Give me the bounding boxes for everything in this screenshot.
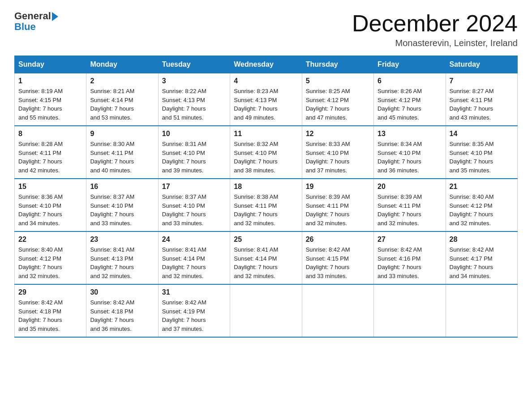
day-number: 8: [18, 130, 82, 138]
calendar-table: SundayMondayTuesdayWednesdayThursdayFrid…: [14, 56, 518, 338]
day-info: Sunrise: 8:42 AM Sunset: 4:19 PM Dayligh…: [162, 298, 226, 333]
day-info: Sunrise: 8:33 AM Sunset: 4:10 PM Dayligh…: [306, 140, 370, 175]
calendar-header-wednesday: Wednesday: [230, 56, 302, 73]
day-number: 20: [378, 183, 442, 191]
calendar-cell: 17Sunrise: 8:37 AM Sunset: 4:10 PM Dayli…: [158, 179, 230, 231]
calendar-cell: 2Sunrise: 8:21 AM Sunset: 4:14 PM Daylig…: [86, 73, 158, 126]
calendar-cell: 23Sunrise: 8:41 AM Sunset: 4:13 PM Dayli…: [86, 231, 158, 284]
calendar-cell: 4Sunrise: 8:23 AM Sunset: 4:13 PM Daylig…: [230, 73, 302, 126]
day-number: 9: [90, 130, 154, 138]
month-title: December 2024: [352, 11, 518, 36]
calendar-cell: 11Sunrise: 8:32 AM Sunset: 4:10 PM Dayli…: [230, 126, 302, 179]
calendar-cell: [302, 284, 373, 337]
day-info: Sunrise: 8:42 AM Sunset: 4:15 PM Dayligh…: [306, 245, 370, 280]
day-info: Sunrise: 8:32 AM Sunset: 4:10 PM Dayligh…: [234, 140, 298, 175]
calendar-cell: 27Sunrise: 8:42 AM Sunset: 4:16 PM Dayli…: [374, 231, 446, 284]
calendar-cell: 20Sunrise: 8:39 AM Sunset: 4:11 PM Dayli…: [374, 179, 446, 231]
day-number: 14: [450, 130, 514, 138]
calendar-cell: 31Sunrise: 8:42 AM Sunset: 4:19 PM Dayli…: [158, 284, 230, 337]
day-info: Sunrise: 8:40 AM Sunset: 4:12 PM Dayligh…: [18, 245, 82, 280]
calendar-cell: 7Sunrise: 8:27 AM Sunset: 4:11 PM Daylig…: [446, 73, 517, 126]
calendar-cell: 6Sunrise: 8:26 AM Sunset: 4:12 PM Daylig…: [374, 73, 446, 126]
calendar-cell: 14Sunrise: 8:35 AM Sunset: 4:10 PM Dayli…: [446, 126, 517, 179]
calendar-week-row: 1Sunrise: 8:19 AM Sunset: 4:15 PM Daylig…: [15, 73, 518, 126]
calendar-cell: 12Sunrise: 8:33 AM Sunset: 4:10 PM Dayli…: [302, 126, 373, 179]
day-number: 11: [234, 130, 298, 138]
day-info: Sunrise: 8:37 AM Sunset: 4:10 PM Dayligh…: [90, 193, 154, 227]
logo: General Blue: [14, 11, 58, 32]
day-info: Sunrise: 8:42 AM Sunset: 4:17 PM Dayligh…: [450, 245, 514, 280]
calendar-cell: 16Sunrise: 8:37 AM Sunset: 4:10 PM Dayli…: [86, 179, 158, 231]
day-info: Sunrise: 8:35 AM Sunset: 4:10 PM Dayligh…: [450, 140, 514, 175]
day-number: 22: [18, 235, 82, 244]
calendar-cell: 29Sunrise: 8:42 AM Sunset: 4:18 PM Dayli…: [15, 284, 86, 337]
calendar-header-sunday: Sunday: [15, 56, 86, 73]
calendar-cell: 25Sunrise: 8:41 AM Sunset: 4:14 PM Dayli…: [230, 231, 302, 284]
day-info: Sunrise: 8:39 AM Sunset: 4:11 PM Dayligh…: [378, 193, 442, 227]
calendar-cell: 1Sunrise: 8:19 AM Sunset: 4:15 PM Daylig…: [15, 73, 86, 126]
day-info: Sunrise: 8:42 AM Sunset: 4:18 PM Dayligh…: [18, 298, 82, 333]
day-info: Sunrise: 8:38 AM Sunset: 4:11 PM Dayligh…: [234, 193, 298, 227]
title-block: December 2024 Monasterevin, Leinster, Ir…: [352, 11, 518, 48]
calendar-cell: [230, 284, 302, 337]
day-number: 7: [450, 77, 514, 85]
day-info: Sunrise: 8:41 AM Sunset: 4:13 PM Dayligh…: [90, 245, 154, 280]
logo-general: General: [14, 11, 51, 21]
calendar-header-thursday: Thursday: [302, 56, 373, 73]
day-number: 6: [378, 77, 442, 85]
day-info: Sunrise: 8:22 AM Sunset: 4:13 PM Dayligh…: [162, 87, 226, 122]
day-number: 27: [378, 235, 442, 244]
calendar-cell: 24Sunrise: 8:41 AM Sunset: 4:14 PM Dayli…: [158, 231, 230, 284]
day-info: Sunrise: 8:37 AM Sunset: 4:10 PM Dayligh…: [162, 193, 226, 227]
day-number: 15: [18, 183, 82, 191]
location-subtitle: Monasterevin, Leinster, Ireland: [352, 38, 518, 48]
day-info: Sunrise: 8:25 AM Sunset: 4:12 PM Dayligh…: [306, 87, 370, 122]
day-number: 13: [378, 130, 442, 138]
calendar-cell: 19Sunrise: 8:39 AM Sunset: 4:11 PM Dayli…: [302, 179, 373, 231]
day-info: Sunrise: 8:34 AM Sunset: 4:10 PM Dayligh…: [378, 140, 442, 175]
calendar-cell: 8Sunrise: 8:28 AM Sunset: 4:11 PM Daylig…: [15, 126, 86, 179]
day-number: 23: [90, 235, 154, 244]
calendar-cell: 18Sunrise: 8:38 AM Sunset: 4:11 PM Dayli…: [230, 179, 302, 231]
calendar-cell: 9Sunrise: 8:30 AM Sunset: 4:11 PM Daylig…: [86, 126, 158, 179]
day-number: 30: [90, 288, 154, 296]
day-info: Sunrise: 8:19 AM Sunset: 4:15 PM Dayligh…: [18, 87, 82, 122]
day-number: 24: [162, 235, 226, 244]
day-info: Sunrise: 8:28 AM Sunset: 4:11 PM Dayligh…: [18, 140, 82, 175]
logo-arrow-icon: [52, 12, 58, 21]
day-number: 18: [234, 183, 298, 191]
day-info: Sunrise: 8:26 AM Sunset: 4:12 PM Dayligh…: [378, 87, 442, 122]
day-number: 1: [18, 77, 82, 85]
calendar-header-tuesday: Tuesday: [158, 56, 230, 73]
page-header: General Blue December 2024 Monasterevin,…: [14, 11, 518, 48]
day-number: 2: [90, 77, 154, 85]
day-info: Sunrise: 8:42 AM Sunset: 4:18 PM Dayligh…: [90, 298, 154, 333]
calendar-cell: 3Sunrise: 8:22 AM Sunset: 4:13 PM Daylig…: [158, 73, 230, 126]
calendar-cell: [446, 284, 517, 337]
calendar-header-monday: Monday: [86, 56, 158, 73]
day-number: 10: [162, 130, 226, 138]
day-info: Sunrise: 8:36 AM Sunset: 4:10 PM Dayligh…: [18, 193, 82, 227]
day-number: 3: [162, 77, 226, 85]
day-number: 28: [450, 235, 514, 244]
calendar-cell: 28Sunrise: 8:42 AM Sunset: 4:17 PM Dayli…: [446, 231, 517, 284]
calendar-cell: 10Sunrise: 8:31 AM Sunset: 4:10 PM Dayli…: [158, 126, 230, 179]
calendar-week-row: 15Sunrise: 8:36 AM Sunset: 4:10 PM Dayli…: [15, 179, 518, 231]
calendar-cell: 5Sunrise: 8:25 AM Sunset: 4:12 PM Daylig…: [302, 73, 373, 126]
day-info: Sunrise: 8:30 AM Sunset: 4:11 PM Dayligh…: [90, 140, 154, 175]
day-number: 21: [450, 183, 514, 191]
calendar-cell: 22Sunrise: 8:40 AM Sunset: 4:12 PM Dayli…: [15, 231, 86, 284]
day-info: Sunrise: 8:40 AM Sunset: 4:12 PM Dayligh…: [450, 193, 514, 227]
calendar-cell: 21Sunrise: 8:40 AM Sunset: 4:12 PM Dayli…: [446, 179, 517, 231]
calendar-header-saturday: Saturday: [446, 56, 517, 73]
day-number: 25: [234, 235, 298, 244]
day-number: 12: [306, 130, 370, 138]
day-info: Sunrise: 8:31 AM Sunset: 4:10 PM Dayligh…: [162, 140, 226, 175]
calendar-week-row: 29Sunrise: 8:42 AM Sunset: 4:18 PM Dayli…: [15, 284, 518, 337]
day-info: Sunrise: 8:21 AM Sunset: 4:14 PM Dayligh…: [90, 87, 154, 122]
day-number: 16: [90, 183, 154, 191]
day-info: Sunrise: 8:41 AM Sunset: 4:14 PM Dayligh…: [162, 245, 226, 280]
day-info: Sunrise: 8:41 AM Sunset: 4:14 PM Dayligh…: [234, 245, 298, 280]
day-info: Sunrise: 8:23 AM Sunset: 4:13 PM Dayligh…: [234, 87, 298, 122]
day-number: 29: [18, 288, 82, 296]
